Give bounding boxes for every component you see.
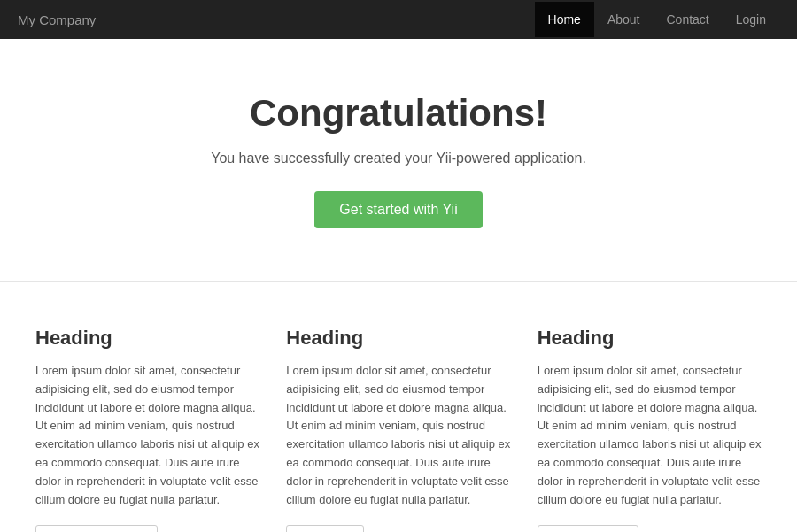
columns-section: Heading Lorem ipsum dolor sit amet, cons… bbox=[0, 318, 797, 532]
column-3-heading: Heading bbox=[538, 327, 762, 350]
nav-login[interactable]: Login bbox=[723, 2, 779, 37]
hero-section: Congratulations! You have successfully c… bbox=[0, 39, 797, 273]
column-3-link[interactable]: Yii Extensions » bbox=[538, 525, 638, 532]
section-divider bbox=[0, 281, 797, 282]
navbar-brand: My Company bbox=[18, 12, 96, 27]
column-3-body: Lorem ipsum dolor sit amet, consectetur … bbox=[538, 362, 762, 509]
hero-title: Congratulations! bbox=[18, 92, 779, 135]
column-1-body: Lorem ipsum dolor sit amet, consectetur … bbox=[35, 362, 259, 509]
hero-subtitle: You have successfully created your Yii-p… bbox=[18, 150, 779, 166]
column-2: Heading Lorem ipsum dolor sit amet, cons… bbox=[286, 327, 510, 532]
navbar: My Company Home About Contact Login bbox=[0, 0, 797, 39]
column-2-heading: Heading bbox=[286, 327, 510, 350]
column-1: Heading Lorem ipsum dolor sit amet, cons… bbox=[35, 327, 259, 532]
column-2-body: Lorem ipsum dolor sit amet, consectetur … bbox=[286, 362, 510, 509]
nav-home[interactable]: Home bbox=[535, 2, 594, 37]
navbar-links: Home About Contact Login bbox=[535, 2, 779, 37]
get-started-button[interactable]: Get started with Yii bbox=[314, 191, 482, 228]
column-1-link[interactable]: Yii Documentation » bbox=[35, 525, 158, 532]
column-2-link[interactable]: Yii Forum » bbox=[286, 525, 364, 532]
nav-contact[interactable]: Contact bbox=[653, 2, 722, 37]
nav-about[interactable]: About bbox=[594, 2, 654, 37]
column-1-heading: Heading bbox=[35, 327, 259, 350]
column-3: Heading Lorem ipsum dolor sit amet, cons… bbox=[538, 327, 762, 532]
